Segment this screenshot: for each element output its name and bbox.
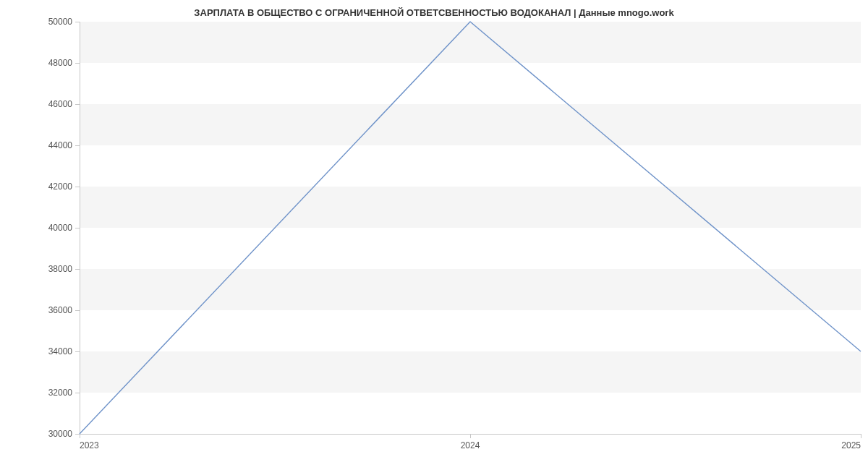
y-tick-label: 40000	[48, 223, 73, 233]
grid-band	[80, 269, 861, 310]
grid-band	[80, 187, 861, 228]
chart-container: 3000032000340003600038000400004200044000…	[0, 0, 868, 470]
grid-band	[80, 22, 861, 63]
chart-svg: 3000032000340003600038000400004200044000…	[0, 0, 868, 470]
grid-band	[80, 104, 861, 145]
grid-band	[80, 351, 861, 393]
x-tick-label: 2023	[80, 440, 99, 450]
y-tick-label: 34000	[48, 346, 73, 356]
y-tick-label: 46000	[48, 99, 73, 109]
y-tick-label: 42000	[48, 181, 73, 192]
y-tick-label: 50000	[48, 17, 73, 27]
y-tick-label: 48000	[48, 58, 73, 68]
y-tick-label: 32000	[48, 388, 73, 398]
y-tick-label: 44000	[48, 140, 73, 150]
y-tick-label: 30000	[48, 429, 73, 439]
y-tick-label: 38000	[48, 264, 73, 274]
x-tick-label: 2024	[461, 440, 480, 450]
y-tick-label: 36000	[48, 305, 73, 315]
x-tick-label: 2025	[841, 440, 861, 450]
